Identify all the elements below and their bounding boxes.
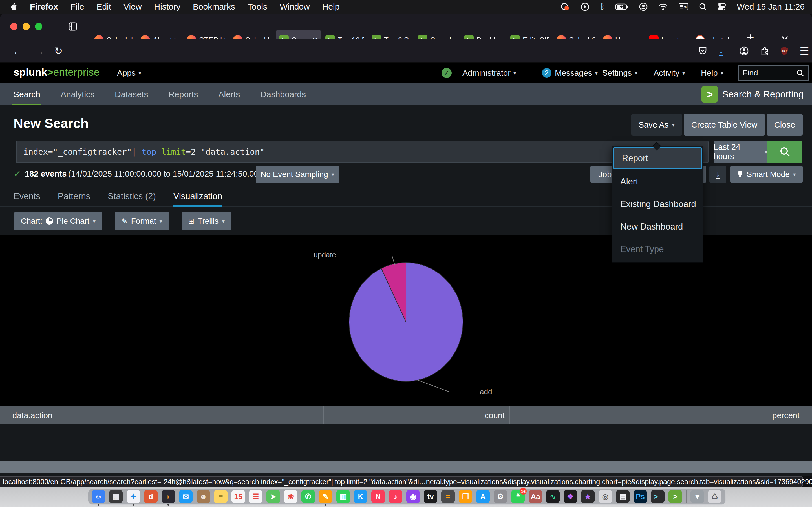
dock-calculator[interactable]: =	[441, 490, 455, 503]
activity-menu[interactable]: Activity▾	[654, 62, 685, 83]
keyboard-icon[interactable]: ⌘	[679, 3, 688, 10]
play-circle-icon[interactable]	[581, 3, 589, 11]
zoom-window-button[interactable]	[35, 23, 42, 30]
pocket-icon[interactable]	[698, 40, 707, 62]
dock-news[interactable]: N	[371, 490, 385, 503]
save-as-new-dashboard[interactable]: New Dashboard	[612, 215, 703, 238]
pie-chart[interactable]	[349, 263, 463, 381]
apps-menu[interactable]: Apps▾	[117, 62, 141, 83]
account-icon[interactable]	[639, 3, 648, 11]
menu-tools[interactable]: Tools	[248, 2, 267, 11]
dock-calendar[interactable]: 15	[232, 490, 245, 503]
search-query-input[interactable]: index="_configtracker"| top limit=2 "dat…	[16, 141, 709, 163]
forward-button[interactable]: →	[33, 40, 45, 62]
tab-visualization[interactable]: Visualization	[173, 186, 222, 207]
appnav-reports[interactable]: Reports	[168, 83, 198, 105]
dock-contacts[interactable]: ☻	[197, 490, 210, 503]
account-icon[interactable]	[739, 40, 749, 62]
messages-menu[interactable]: Messages▾	[555, 62, 598, 83]
help-menu[interactable]: Help▾	[701, 62, 723, 83]
dock-duckduckgo[interactable]: d	[144, 490, 158, 503]
menu-window[interactable]: Window	[280, 2, 310, 11]
appnav-analytics[interactable]: Analytics	[61, 83, 94, 105]
event-sampling-button[interactable]: No Event Sampling▾	[256, 166, 339, 183]
dock-splunk-app[interactable]: >	[668, 490, 682, 503]
sidebar-toggle-icon[interactable]	[68, 21, 78, 33]
appnav-dashboards[interactable]: Dashboards	[260, 83, 306, 105]
search-mode-button[interactable]: Smart Mode▾	[730, 166, 803, 183]
dock-trash[interactable]: ♺	[708, 490, 721, 503]
dock-mail[interactable]: ✉	[179, 490, 193, 503]
back-button[interactable]: ←	[12, 40, 24, 62]
dock-dictionary[interactable]: Aa	[529, 490, 542, 503]
dock-activity-monitor[interactable]: ∿	[546, 490, 560, 503]
dock-music[interactable]: ♪	[389, 490, 402, 503]
create-table-view-button[interactable]: Create Table View	[684, 114, 765, 136]
dock-reminders[interactable]: ☰	[249, 490, 262, 503]
wifi-icon[interactable]	[658, 3, 668, 10]
run-search-button[interactable]	[767, 141, 802, 163]
reload-button[interactable]: ↻	[54, 40, 63, 62]
menu-bookmarks[interactable]: Bookmarks	[193, 2, 235, 11]
dock-launchpad[interactable]: ▦	[109, 490, 123, 503]
format-button[interactable]: ✎ Format▾	[115, 212, 169, 230]
find-input[interactable]: Find	[738, 65, 809, 81]
battery-icon[interactable]	[615, 3, 628, 10]
save-as-report[interactable]: Report	[613, 147, 702, 169]
dock-keynote[interactable]: K	[354, 490, 367, 503]
menu-edit[interactable]: Edit	[96, 2, 111, 11]
extension-icon[interactable]	[760, 40, 769, 62]
control-center-icon[interactable]	[718, 3, 726, 11]
tab-events[interactable]: Events	[13, 186, 40, 207]
menu-firefox[interactable]: Firefox	[30, 2, 58, 11]
dock-midi-keyboard[interactable]: ▤	[616, 490, 629, 503]
dock-finder[interactable]: ☺	[92, 490, 105, 503]
dock-notes[interactable]: ≡	[214, 490, 227, 503]
settings-menu[interactable]: Settings▾	[602, 62, 638, 83]
tab-patterns[interactable]: Patterns	[58, 186, 90, 207]
appnav-search[interactable]: Search	[13, 83, 40, 105]
save-as-existing-dashboard[interactable]: Existing Dashboard	[612, 193, 703, 215]
menu-file[interactable]: File	[70, 2, 84, 11]
dock-books[interactable]: ❐	[459, 490, 472, 503]
app-title[interactable]: Search & Reporting	[722, 83, 804, 105]
close-button[interactable]: Close	[767, 114, 803, 136]
appnav-datasets[interactable]: Datasets	[115, 83, 148, 105]
trellis-button[interactable]: ⊞ Trellis▾	[182, 212, 232, 230]
dock-photoshop[interactable]: Ps	[633, 490, 647, 503]
health-status-icon[interactable]: ✓	[442, 62, 452, 83]
search-reporting-icon[interactable]: >	[702, 86, 718, 103]
dock-numbers[interactable]: ▥	[336, 490, 350, 503]
save-as-button[interactable]: Save As▾	[631, 114, 682, 136]
menu-history[interactable]: History	[154, 2, 181, 11]
screen-record-icon[interactable]	[560, 3, 570, 11]
dock-pages[interactable]: ✎	[319, 490, 333, 503]
chart-type-button[interactable]: Chart: Pie Chart▾	[14, 212, 102, 230]
save-as-alert[interactable]: Alert	[612, 170, 703, 193]
close-window-button[interactable]	[10, 23, 17, 30]
menu-view[interactable]: View	[123, 2, 142, 11]
col-count[interactable]: count	[323, 406, 509, 425]
col-data-action[interactable]: data.action	[0, 406, 323, 425]
col-percent[interactable]: percent	[509, 406, 812, 425]
dock-dvd-player[interactable]: ◎	[599, 490, 612, 503]
ublock-icon[interactable]: uO	[780, 40, 789, 62]
splunk-logo[interactable]: splunk>enterprise	[13, 66, 100, 78]
dock-maps[interactable]: ➤	[266, 490, 280, 503]
dock-safari[interactable]: ✦	[126, 490, 140, 503]
dock-messages[interactable]: ❝ 16	[511, 490, 525, 503]
minimize-window-button[interactable]	[22, 23, 30, 30]
dock-facetime[interactable]: ✆	[301, 490, 315, 503]
dock-final-cut[interactable]: ❖	[564, 490, 577, 503]
downloads-icon[interactable]: ↓	[719, 40, 723, 62]
dock-console[interactable]: >_	[651, 490, 665, 503]
dock-motion[interactable]: ★	[581, 490, 595, 503]
appnav-alerts[interactable]: Alerts	[218, 83, 240, 105]
dock-podcasts[interactable]: ◉	[406, 490, 420, 503]
dock-system-settings[interactable]: ⚙	[494, 490, 507, 503]
menu-help[interactable]: Help	[322, 2, 340, 11]
dock-app-store[interactable]: A	[476, 490, 490, 503]
dock-downloads[interactable]: ▼	[691, 490, 704, 503]
dock-photos[interactable]: ❀	[284, 490, 297, 503]
export-button[interactable]: ↓	[709, 166, 726, 183]
